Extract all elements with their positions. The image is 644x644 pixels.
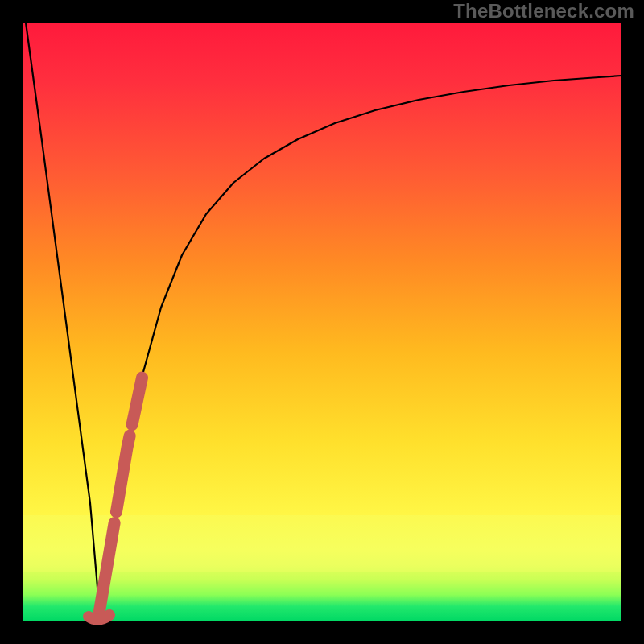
- chart-stage: TheBottleneck.com: [0, 0, 644, 644]
- highlight-base: [89, 615, 109, 620]
- chart-svg: [0, 0, 644, 644]
- watermark-text: TheBottleneck.com: [453, 0, 634, 23]
